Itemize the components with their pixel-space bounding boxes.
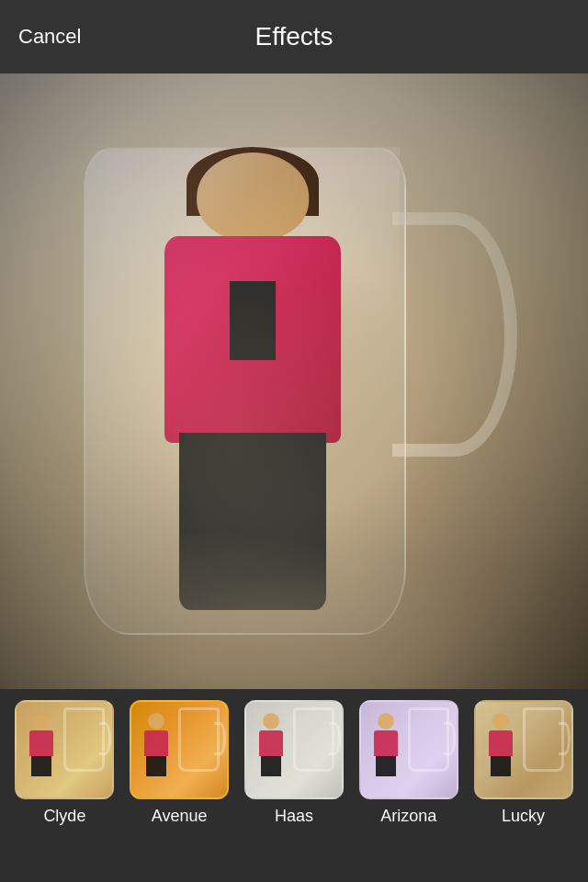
topbar: Cancel Effects <box>0 0 588 74</box>
effect-thumbnail-lucky <box>474 700 573 799</box>
person-skirt <box>179 433 326 610</box>
page-title: Effects <box>254 22 333 51</box>
thumb-mug-lucky <box>523 707 564 772</box>
person-shirt <box>230 281 276 360</box>
effect-item-clyde[interactable]: Clyde <box>13 700 116 826</box>
person-figure <box>106 147 400 639</box>
effect-item-arizona[interactable]: Arizona <box>357 700 460 826</box>
effect-label-haas: Haas <box>275 807 313 826</box>
effect-label-avenue: Avenue <box>152 807 208 826</box>
cancel-button[interactable]: Cancel <box>18 25 81 49</box>
person-overlay <box>106 147 400 639</box>
thumb-mug-clyde <box>63 707 105 772</box>
thumb-person-haas <box>257 713 285 791</box>
effect-thumbnail-arizona <box>359 700 458 799</box>
effect-item-lucky[interactable]: Lucky <box>472 700 575 826</box>
effect-label-lucky: Lucky <box>502 807 545 826</box>
thumb-person-avenue <box>142 713 170 791</box>
effect-thumbnail-avenue <box>130 700 229 799</box>
effect-item-avenue[interactable]: Avenue <box>128 700 231 826</box>
effect-label-clyde: Clyde <box>43 807 85 826</box>
photo-composite <box>0 74 588 689</box>
thumb-mug-haas <box>293 707 334 772</box>
thumb-mug-arizona <box>408 707 449 772</box>
thumbnail-strip: Clyde Avenue Haas <box>0 689 588 882</box>
person-jacket <box>164 236 341 443</box>
effect-label-arizona: Arizona <box>380 807 436 826</box>
person-head <box>197 153 309 241</box>
thumb-person-arizona <box>372 713 400 791</box>
mug-handle <box>392 212 517 456</box>
thumb-person-clyde <box>28 713 55 791</box>
effect-thumbnail-haas <box>244 700 344 799</box>
thumb-mug-avenue <box>178 707 220 772</box>
effect-thumbnail-clyde <box>15 700 114 799</box>
main-image-area <box>0 74 588 689</box>
effect-item-haas[interactable]: Haas <box>243 700 345 826</box>
thumb-person-lucky <box>487 713 514 791</box>
